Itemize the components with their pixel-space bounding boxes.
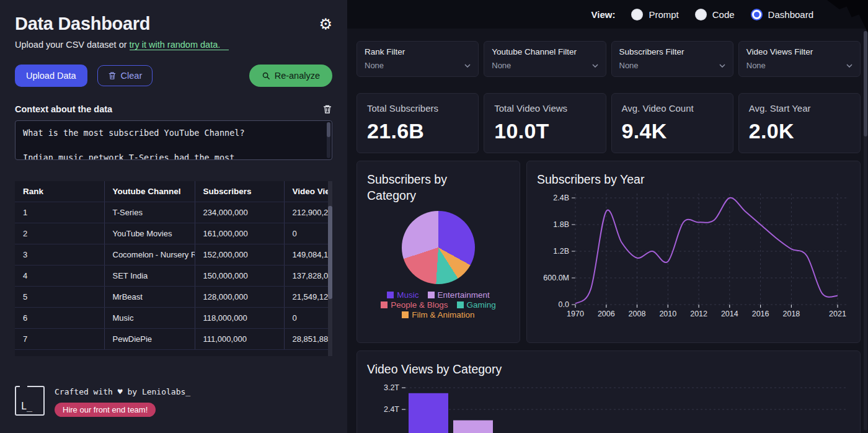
subscribers-filter-select[interactable]: None [619,61,725,70]
svg-text:2016: 2016 [752,310,769,318]
cell-views: 21,549,128 [284,287,332,308]
legend-item-gaming[interactable]: Gaming [457,300,496,310]
filter-card-rank: Rank Filter None [356,41,479,77]
dashboard-main: View: Prompt Code Dashboard Rank Filter [347,0,868,433]
svg-text:2012: 2012 [690,310,707,318]
table-row: 5 MrBeast 128,000,000 21,549,128 [15,287,332,308]
table-row: 7 PewDiePie 111,000,000 28,851,883 [15,329,332,350]
cell-rank: 7 [15,329,104,350]
chevron-down-icon [846,64,852,68]
delete-context-button[interactable] [322,104,332,114]
radio-code-icon[interactable] [695,9,707,20]
cell-rank: 2 [15,223,104,244]
left-panel-header: Data Dashboard ⚙ [15,14,332,34]
table-scrollbar[interactable] [328,181,332,356]
stats-row: Total Subscribers 21.6B Total Video View… [356,93,861,153]
filter-label: Subscribers Filter [619,47,725,56]
stat-card-total-views: Total Video Views 10.0T [484,93,606,153]
textarea-scrollbar[interactable] [327,122,330,158]
legend-swatch [381,301,388,308]
hire-team-badge[interactable]: Hire our front end team! [55,403,156,417]
cell-subscribers: 118,000,000 [195,308,284,329]
radio-prompt-icon[interactable] [631,9,643,20]
clear-button-label: Clear [121,71,143,81]
cell-views: 137,828,09 [284,266,332,287]
view-topbar: View: Prompt Code Dashboard [347,0,868,29]
logo-text: L_ [21,401,32,412]
svg-text:1.2B: 1.2B [553,247,569,256]
legend-swatch [428,292,435,298]
dashboard-content: Rank Filter None Youtube Channel Filter … [347,29,868,433]
svg-text:3.2T: 3.2T [384,383,399,392]
upload-data-button[interactable]: Upload Data [15,65,87,87]
cell-subscribers: 161,000,000 [195,223,284,244]
context-textarea[interactable]: What is the most subscribed YouTube Chan… [15,120,332,160]
view-option-code[interactable]: Code [695,9,735,20]
view-option-dashboard[interactable]: Dashboard [751,9,813,20]
channel-filter-select[interactable]: None [492,61,598,70]
clear-button[interactable]: Clear [97,65,153,86]
line-chart-card: Subscribers by Year 0.0600.0M1.2B1.8B2.4… [526,161,861,343]
table-row: 6 Music 118,000,000 0 [15,308,332,329]
page-scrollbar[interactable] [864,31,867,431]
stat-value: 21.6B [367,119,468,143]
cell-views: 212,900,27 [284,202,332,223]
view-option-prompt-label: Prompt [649,9,678,20]
view-label: View: [591,9,615,20]
legend-item-film-animation[interactable]: Film & Animation [402,310,474,319]
settings-gear-icon[interactable]: ⚙ [319,17,332,32]
rank-filter-select[interactable]: None [365,61,471,70]
header-views: Video Views [284,181,332,202]
cell-channel: MrBeast [104,287,195,308]
legend-swatch [402,311,409,318]
upload-subtitle: Upload your CSV dataset or try it with r… [15,40,332,50]
filter-value: None [619,61,639,70]
context-header: Context about the data [15,104,332,114]
legend-item-people-blogs[interactable]: People & Blogs [381,300,448,310]
app-root: Data Dashboard ⚙ Upload your CSV dataset… [0,0,868,433]
filter-value: None [365,61,384,70]
reanalyze-button[interactable]: Re-analyze [249,65,332,87]
chevron-down-icon [464,64,471,68]
header-channel: Youtube Channel [104,181,195,202]
cell-channel: T-Series [104,202,195,223]
cell-rank: 1 [15,202,104,223]
filters-row: Rank Filter None Youtube Channel Filter … [356,41,861,77]
view-option-prompt[interactable]: Prompt [631,9,678,20]
svg-text:1.8B: 1.8B [553,220,569,229]
bar-chart-card: Video Views by Category 3.2T2.4T [356,350,861,433]
cell-rank: 6 [15,308,104,329]
radio-dashboard-icon[interactable] [751,9,763,20]
svg-text:2008: 2008 [629,310,646,318]
left-panel-footer: L_ Crafted with ♥ by Leniolabs_ Hire our… [15,386,190,417]
cell-channel: YouTube Movies [104,223,195,244]
filter-label: Video Views Filter [746,47,852,56]
context-line-2: Indian music network T-Series had the mo… [23,151,324,160]
views-filter-select[interactable]: None [746,61,852,70]
filter-label: Rank Filter [365,47,471,56]
leniolabs-logo[interactable]: L_ [15,386,45,416]
table-row: 1 T-Series 234,000,000 212,900,27 [15,202,332,223]
table-row: 4 SET India 150,000,000 137,828,09 [15,266,332,287]
stat-card-avg-video-count: Avg. Video Count 9.4K [611,93,733,153]
chevron-down-icon [719,64,725,68]
stat-label: Avg. Start Year [749,103,850,114]
cell-rank: 4 [15,266,104,287]
svg-text:2.4T: 2.4T [384,405,399,414]
filter-value: None [746,61,766,70]
cell-subscribers: 128,000,000 [195,287,284,308]
table-row: 2 YouTube Movies 161,000,000 0 [15,223,332,244]
filter-label: Youtube Channel Filter [492,47,598,56]
credit-text: Crafted with ♥ by Leniolabs_ [55,387,190,396]
data-table[interactable]: Rank Youtube Channel Subscribers Video V… [15,181,332,356]
page-title: Data Dashboard [15,14,150,34]
svg-text:2018: 2018 [782,310,800,318]
filter-value: None [492,61,511,70]
random-data-link[interactable]: try it with random data. [130,40,229,50]
cell-rank: 5 [15,287,104,308]
legend-item-music[interactable]: Music [387,290,418,300]
cell-subscribers: 111,000,000 [195,329,284,350]
header-subscribers: Subscribers [195,181,284,202]
legend-item-entertainment[interactable]: Entertainment [428,290,490,300]
cell-channel: Cocomelon - Nursery R [104,244,195,266]
